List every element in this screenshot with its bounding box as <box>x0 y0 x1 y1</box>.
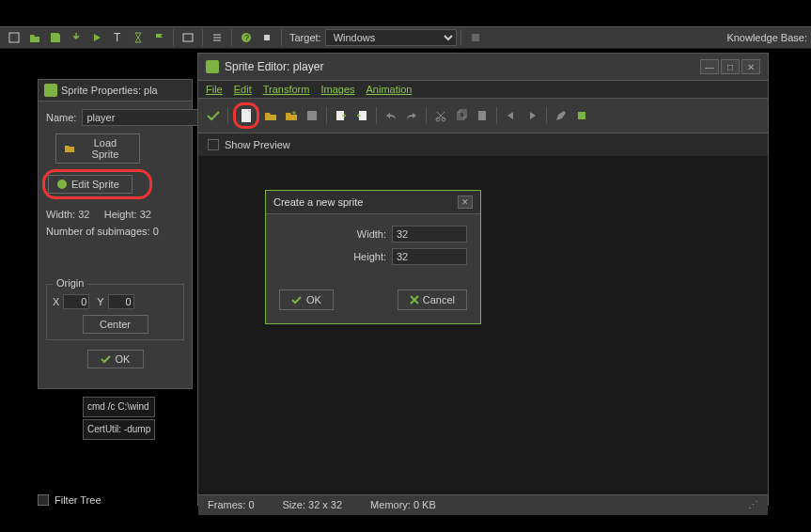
menu-animation[interactable]: Animation <box>367 84 413 95</box>
panel-title: Sprite Properties: pla <box>39 80 192 102</box>
redo-icon[interactable] <box>402 106 421 125</box>
undo-icon[interactable] <box>382 106 400 125</box>
height-info: Height: 32 <box>104 209 151 220</box>
folder-icon <box>64 143 75 154</box>
export-icon[interactable] <box>352 106 371 125</box>
y-label: Y <box>97 296 103 307</box>
small-icon[interactable] <box>258 29 275 46</box>
menu-transform[interactable]: Transform <box>263 84 310 95</box>
svg-rect-5 <box>264 35 270 40</box>
flag-icon[interactable] <box>150 29 167 46</box>
cut-icon[interactable] <box>431 106 450 125</box>
new-file-highlight <box>233 102 259 129</box>
svg-rect-6 <box>472 34 479 41</box>
open-file-icon[interactable] <box>261 106 280 125</box>
svg-rect-0 <box>9 33 19 42</box>
editor-statusbar: Frames: 0 Size: 32 x 32 Memory: 0 KB ⋰ <box>198 494 768 515</box>
resize-grip[interactable]: ⋰ <box>748 499 758 511</box>
dialog-close-button[interactable]: ✕ <box>458 196 473 209</box>
save-icon[interactable] <box>47 29 64 46</box>
save-icon[interactable] <box>303 106 321 125</box>
edit-sprite-button[interactable]: Edit Sprite <box>48 175 133 194</box>
subimages-info: Number of subimages: 0 <box>46 226 184 237</box>
svg-rect-16 <box>478 111 486 120</box>
ok-button[interactable]: OK <box>87 350 144 368</box>
new-icon[interactable] <box>6 29 23 46</box>
x-icon <box>410 295 419 305</box>
new-file-icon[interactable] <box>237 106 256 125</box>
svg-rect-15 <box>460 110 466 117</box>
copy-icon[interactable] <box>452 106 471 125</box>
name-label: Name: <box>46 112 76 123</box>
status-size: Size: 32 x 32 <box>283 499 343 511</box>
svg-rect-14 <box>458 112 464 119</box>
show-preview-checkbox[interactable] <box>208 139 219 150</box>
menu-file[interactable]: File <box>206 84 223 95</box>
target-select[interactable]: Windows <box>325 29 457 46</box>
close-button[interactable]: ✕ <box>741 59 760 74</box>
palette-icon <box>56 179 68 190</box>
x-label: X <box>53 296 59 307</box>
minimize-button[interactable]: — <box>700 59 719 74</box>
check-icon <box>101 354 112 364</box>
list-icon[interactable] <box>209 29 226 46</box>
svg-rect-17 <box>578 112 585 119</box>
gm-icon <box>206 60 219 73</box>
dialog-title-text: Create a new sprite <box>273 196 363 208</box>
run-icon[interactable] <box>88 29 105 46</box>
origin-legend: Origin <box>53 277 87 289</box>
add-file-icon[interactable] <box>282 106 301 125</box>
center-button[interactable]: Center <box>83 315 148 334</box>
origin-x-input[interactable] <box>63 294 89 309</box>
editor-menubar: File Edit Transform Images Animation <box>198 81 768 98</box>
editor-toolbar <box>198 98 768 133</box>
svg-rect-2 <box>183 34 193 41</box>
menu-images[interactable]: Images <box>320 84 354 95</box>
title-text: Sprite Properties: pla <box>61 85 158 96</box>
dialog-cancel-button[interactable]: Cancel <box>398 289 467 310</box>
editor-title-text: Sprite Editor: player <box>225 60 323 73</box>
width-label: Width: <box>357 228 386 240</box>
cmd-line-2: CertUtil: -dump <box>83 419 155 440</box>
window-icon[interactable] <box>179 29 196 46</box>
svg-point-7 <box>57 180 67 189</box>
prev-frame-icon[interactable] <box>502 106 521 125</box>
pencil-icon[interactable] <box>552 106 570 125</box>
help-icon[interactable]: ? <box>238 29 255 46</box>
hourglass-icon[interactable] <box>130 29 147 46</box>
export-icon[interactable] <box>68 29 85 46</box>
paste-icon[interactable] <box>473 106 491 125</box>
preview-row: Show Preview <box>198 133 768 156</box>
gm-icon <box>44 84 57 97</box>
tool-icon[interactable] <box>467 29 484 46</box>
filter-tree-row: Filter Tree <box>38 494 101 506</box>
height-input[interactable] <box>392 248 467 265</box>
dialog-titlebar[interactable]: Create a new sprite ✕ <box>266 191 480 214</box>
width-info: Width: 32 <box>46 209 89 220</box>
menu-edit[interactable]: Edit <box>234 84 252 95</box>
text-icon[interactable]: T <box>109 29 126 46</box>
separator <box>202 29 203 46</box>
origin-y-input[interactable] <box>108 294 134 309</box>
next-frame-icon[interactable] <box>522 106 541 125</box>
width-input[interactable] <box>392 226 467 243</box>
cmd-line-1: cmd /c C:\wind <box>83 397 155 417</box>
check-icon <box>291 295 303 305</box>
height-label: Height: <box>353 251 386 262</box>
create-sprite-dialog: Create a new sprite ✕ Width: Height: OK … <box>265 190 481 324</box>
editor-titlebar[interactable]: Sprite Editor: player — □ ✕ <box>198 54 768 81</box>
svg-rect-9 <box>307 111 317 120</box>
sprite-properties-panel: Sprite Properties: pla Name: Load Sprite… <box>38 79 193 389</box>
open-icon[interactable] <box>26 29 43 46</box>
load-sprite-button[interactable]: Load Sprite <box>55 133 140 164</box>
separator <box>460 29 461 46</box>
import-icon[interactable] <box>332 106 351 125</box>
show-preview-label: Show Preview <box>225 139 290 150</box>
kb-label: Knowledge Base: <box>726 32 807 43</box>
confirm-icon[interactable] <box>204 106 223 125</box>
filter-tree-checkbox[interactable] <box>38 494 49 506</box>
maximize-button[interactable]: □ <box>721 59 740 74</box>
effect-icon[interactable] <box>572 106 591 125</box>
dialog-ok-button[interactable]: OK <box>279 289 334 310</box>
svg-text:?: ? <box>244 33 249 42</box>
